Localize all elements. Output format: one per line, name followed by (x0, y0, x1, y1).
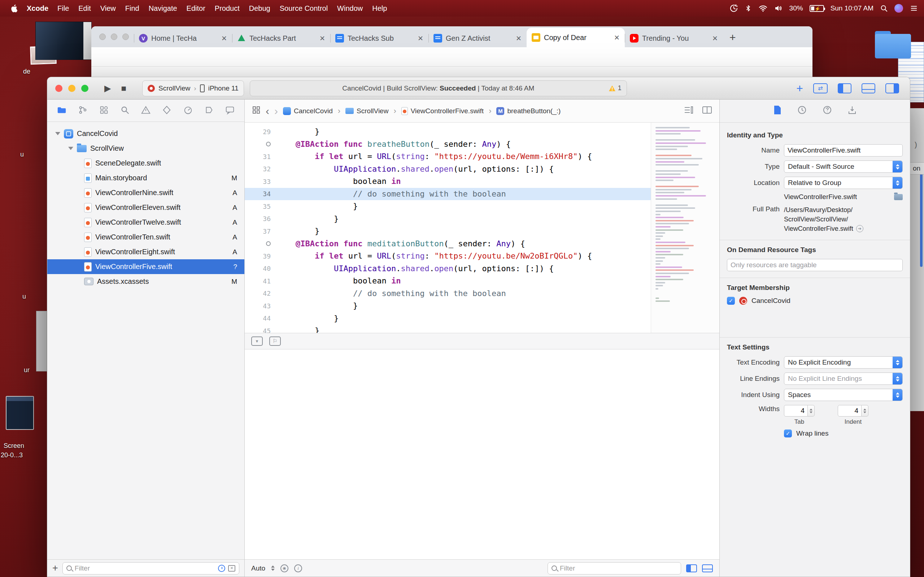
desktop-photo-thumbnail[interactable] (36, 22, 92, 60)
code-line[interactable]: 40 UIApplication.shared.open(url, option… (245, 263, 651, 275)
line-number[interactable]: 43 (245, 302, 276, 310)
odr-tags-field[interactable] (727, 259, 903, 271)
desktop-file-label[interactable]: ur (24, 366, 30, 374)
tab-width-stepper[interactable] (808, 405, 815, 416)
indent-width-stepper[interactable] (861, 405, 868, 416)
line-number[interactable]: 36 (245, 215, 276, 222)
toggle-inspector-button[interactable] (885, 83, 899, 93)
desktop-window-thumbnail[interactable] (6, 396, 34, 430)
issues-icon[interactable] (141, 105, 151, 116)
target-membership-checkbox[interactable] (727, 297, 735, 305)
zoom-window-button[interactable] (122, 34, 129, 40)
code-line[interactable]: 41 boolean in (245, 275, 651, 287)
menu-item-edit[interactable]: Edit (74, 4, 95, 13)
code-line[interactable]: 37 } (245, 225, 651, 238)
reports-icon[interactable] (225, 105, 235, 116)
symbols-icon[interactable] (99, 105, 109, 116)
notification-center-icon[interactable] (909, 4, 918, 12)
tab-close-icon[interactable]: ✕ (320, 34, 325, 43)
scrollbar[interactable] (920, 173, 922, 267)
browser-tab[interactable]: Copy of Dear✕ (527, 28, 625, 47)
line-number[interactable]: 37 (245, 227, 276, 235)
minimap[interactable] (651, 122, 719, 333)
browser-tab[interactable]: Gen Z Activist✕ (428, 29, 527, 47)
tab-close-icon[interactable]: ✕ (712, 34, 718, 43)
indent-using-dropdown[interactable]: Spaces (784, 389, 903, 401)
file-row[interactable]: ViewControllerFive.swift? (47, 259, 244, 274)
desktop-file-label[interactable]: u (20, 151, 24, 158)
code-line[interactable]: 36 } (245, 213, 651, 226)
toggle-navigator-button[interactable] (838, 83, 851, 93)
code-line[interactable]: 34 // do something with the boolean (245, 188, 651, 200)
code-editor[interactable]: 29 } @IBAction func breatheButton(_ send… (245, 122, 651, 333)
menu-item-source-control[interactable]: Source Control (275, 4, 333, 13)
minimize-window-button[interactable] (68, 85, 76, 92)
volume-icon[interactable] (774, 4, 783, 13)
time-machine-icon[interactable] (729, 4, 738, 13)
choose-location-folder-icon[interactable] (894, 194, 903, 200)
source-control-icon[interactable] (78, 105, 88, 116)
menu-clock[interactable]: Sun 10:07 AM (830, 4, 874, 12)
screenshot-file-label[interactable]: Screen (3, 442, 24, 450)
add-file-button[interactable] (52, 562, 58, 574)
breadcrumb-method[interactable]: breatheButton(_:) (496, 107, 561, 115)
menu-item-navigate[interactable]: Navigate (144, 4, 182, 13)
code-line[interactable]: 32 UIApplication.shared.open(url, option… (245, 163, 651, 176)
history-inspector-icon[interactable] (797, 105, 807, 116)
apple-menu-icon[interactable] (6, 4, 23, 12)
file-row[interactable]: ViewControllerTen.swiftA (47, 230, 244, 245)
file-row[interactable]: ViewControllerTwelve.swiftA (47, 215, 244, 230)
breadcrumb-file[interactable]: ViewControllerFive.swift (401, 107, 484, 115)
file-row[interactable]: SceneDelegate.swift (47, 156, 244, 171)
menu-item-product[interactable]: Product (210, 4, 244, 13)
line-number[interactable]: 45 (245, 327, 276, 333)
wrap-lines-checkbox[interactable] (784, 429, 792, 437)
debug-console[interactable] (245, 350, 719, 560)
tree-row-project[interactable]: CancelCovid (47, 126, 244, 141)
wifi-icon[interactable] (758, 4, 768, 13)
ibaction-connector-icon[interactable] (266, 241, 271, 246)
disclosure-triangle-icon[interactable] (55, 132, 60, 135)
code-line[interactable]: 42 // do something with the boolean (245, 287, 651, 300)
tab-width-field[interactable] (784, 405, 808, 416)
zoom-window-button[interactable] (81, 85, 89, 92)
browser-tab[interactable]: Trending - You✕ (625, 29, 723, 47)
info-icon[interactable] (294, 564, 302, 572)
line-number[interactable] (245, 142, 276, 147)
new-tab-button[interactable]: + (729, 31, 736, 44)
code-line[interactable]: 44 } (245, 312, 651, 325)
tab-close-icon[interactable]: ✕ (516, 34, 522, 43)
stop-button[interactable] (119, 83, 129, 93)
text-encoding-dropdown[interactable]: No Explicit Encoding (784, 356, 903, 369)
code-line[interactable]: @IBAction func breatheButton(_ sender: A… (245, 138, 651, 151)
code-line[interactable]: @IBAction func meditationButton(_ sender… (245, 238, 651, 250)
search-icon[interactable] (120, 105, 130, 116)
related-items-icon[interactable] (252, 106, 261, 116)
desktop-folder-icon[interactable] (875, 31, 911, 58)
menu-item-debug[interactable]: Debug (244, 4, 275, 13)
tree-row-group[interactable]: ScrollView (47, 141, 244, 156)
code-line[interactable]: 35 } (245, 200, 651, 213)
tab-close-icon[interactable]: ✕ (221, 34, 227, 43)
debug-gauge-icon[interactable] (183, 105, 193, 116)
menu-item-find[interactable]: Find (121, 4, 144, 13)
console-filter-input[interactable] (560, 564, 677, 572)
editor-mode-button[interactable] (813, 83, 828, 93)
line-number[interactable]: 29 (245, 128, 276, 135)
open-in-finder-arrow-icon[interactable] (856, 225, 863, 232)
spotlight-search-icon[interactable] (880, 4, 888, 12)
file-row[interactable]: Main.storyboardM (47, 171, 244, 185)
menu-item-editor[interactable]: Editor (182, 4, 210, 13)
browser-tab[interactable]: VHome | TecHa✕ (134, 29, 232, 47)
code-line[interactable]: 39 if let url = URL(string: "https://you… (245, 250, 651, 263)
navigator-filter-input[interactable] (75, 564, 215, 572)
export-inspector-icon[interactable] (848, 105, 856, 116)
flag-icon[interactable] (269, 337, 281, 346)
screenshot-file-label[interactable]: 20-0...3 (1, 451, 23, 459)
desktop-file-label[interactable]: u (23, 293, 26, 300)
quick-look-icon[interactable] (281, 564, 288, 572)
browser-tab[interactable]: TecHacks Part✕ (232, 29, 330, 47)
location-dropdown[interactable]: Relative to Group (784, 177, 903, 189)
line-number[interactable] (245, 241, 276, 246)
quick-help-inspector-icon[interactable] (822, 105, 832, 116)
